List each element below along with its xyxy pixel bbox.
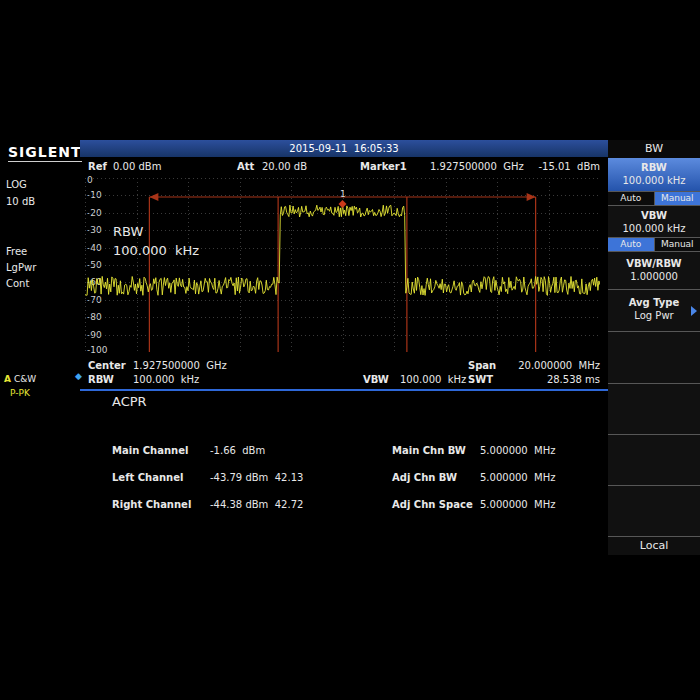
- vbw-manual-option[interactable]: Manual: [655, 238, 700, 251]
- local-button[interactable]: Local: [608, 537, 700, 555]
- center-value: 1.927500000 GHz: [133, 360, 227, 371]
- marker-diamond-icon: [339, 200, 347, 208]
- rbw-auto-manual-toggle: Auto Manual: [608, 192, 700, 206]
- trace-letter: A: [4, 374, 11, 384]
- instrument-screen: SIGLENT 2015-09-11 16:05:33 LOG 10 dB Fr…: [0, 0, 700, 700]
- section-divider: [80, 389, 608, 391]
- softkey-empty-4[interactable]: [608, 486, 700, 537]
- footer-rbw-value: 100.000 kHz: [133, 374, 199, 385]
- channel-limit-lines: [149, 193, 535, 352]
- spectrum-display: 1: [85, 178, 600, 352]
- softkey-empty-3[interactable]: [608, 435, 700, 486]
- trigger-mode: Free: [6, 246, 27, 257]
- ref-label: Ref: [88, 161, 107, 172]
- rbw-auto-option[interactable]: Auto: [608, 192, 655, 205]
- acpr-row-value2: 5.000000 MHz: [480, 445, 555, 456]
- footer-marker-icon: ◆: [75, 371, 82, 381]
- softkey-empty-1[interactable]: [608, 332, 700, 384]
- acpr-row-label: Right Channel: [112, 499, 191, 510]
- right-arrow-icon: [527, 193, 536, 201]
- span-label: Span: [468, 360, 496, 371]
- vbw-auto-option[interactable]: Auto: [608, 238, 655, 251]
- rbw-manual-option[interactable]: Manual: [655, 192, 700, 205]
- acpr-row-value: -1.66 dBm: [210, 445, 265, 456]
- scale-per-div: 10 dB: [6, 196, 35, 207]
- footer-rbw-label: RBW: [88, 374, 114, 385]
- sweep-mode: Cont: [6, 278, 29, 289]
- swt-value: 28.538 ms: [520, 374, 600, 385]
- brand-logo: SIGLENT: [8, 144, 82, 162]
- marker-frequency: 1.927500000 GHz: [430, 161, 524, 172]
- footer-vbw-value: 100.000 kHz: [400, 374, 466, 385]
- acpr-row-label2: Main Chn BW: [392, 445, 466, 456]
- menu-title: BW: [608, 140, 700, 158]
- marker1-symbol: 1: [339, 189, 347, 208]
- acpr-row-label2: Adj Chn BW: [392, 472, 457, 483]
- submenu-arrow-icon: [691, 306, 697, 316]
- att-label: Att: [237, 161, 254, 172]
- amplitude-scale-type: LOG: [6, 179, 27, 190]
- rbw-button[interactable]: RBW 100.000 kHz: [608, 158, 700, 192]
- svg-text:1: 1: [340, 189, 346, 199]
- left-arrow-icon: [149, 193, 158, 201]
- acpr-row-label2: Adj Chn Space: [392, 499, 473, 510]
- att-value: 20.00 dB: [262, 161, 307, 172]
- ref-value: 0.00 dBm: [113, 161, 161, 172]
- span-value: 20.000000 MHz: [505, 360, 600, 371]
- datetime: 2015-09-11 16:05:33: [289, 143, 398, 154]
- acpr-row-value2: 5.000000 MHz: [480, 472, 555, 483]
- rbw-annotation: RBW 100.000 kHz: [113, 222, 199, 260]
- acpr-title: ACPR: [112, 394, 147, 409]
- avg-mode: LgPwr: [6, 262, 36, 273]
- marker-label: Marker1: [360, 161, 407, 172]
- swt-label: SWT: [468, 374, 493, 385]
- marker-amplitude: -15.01 dBm: [538, 161, 600, 172]
- acpr-row-label: Left Channel: [112, 472, 183, 483]
- acpr-row-label: Main Channel: [112, 445, 188, 456]
- softkey-empty-2[interactable]: [608, 384, 700, 435]
- softkey-menu: BW RBW 100.000 kHz Auto Manual VBW 100.0…: [608, 140, 700, 555]
- titlebar: 2015-09-11 16:05:33: [80, 140, 608, 157]
- vbw-rbw-ratio-button[interactable]: VBW/RBW 1.000000: [608, 252, 700, 290]
- vbw-auto-manual-toggle: Auto Manual: [608, 238, 700, 252]
- center-label: Center: [88, 360, 126, 371]
- detector-type: P-PK: [10, 388, 30, 398]
- trace-write-mode: C&W: [14, 374, 36, 384]
- acpr-row-value2: 5.000000 MHz: [480, 499, 555, 510]
- avg-type-button[interactable]: Avg Type Log Pwr: [608, 290, 700, 332]
- vbw-button[interactable]: VBW 100.000 kHz: [608, 206, 700, 238]
- acpr-row-value: -43.79 dBm 42.13: [210, 472, 303, 483]
- footer-vbw-label: VBW: [363, 374, 389, 385]
- acpr-row-value: -44.38 dBm 42.72: [210, 499, 303, 510]
